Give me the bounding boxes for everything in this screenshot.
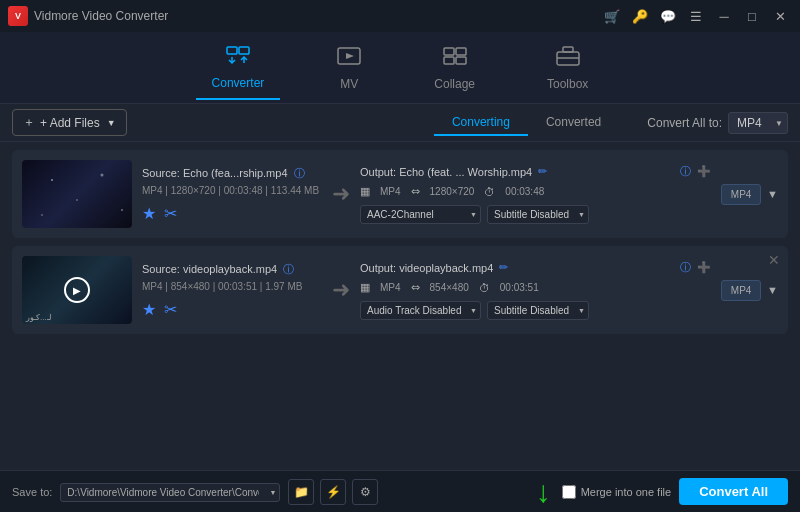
- arrow-1: ➜: [332, 181, 350, 207]
- toolbox-icon: [555, 45, 581, 73]
- spec-resolution-2: 854×480: [430, 282, 469, 293]
- save-path-wrapper: D:\Vidmore\Vidmore Video Converter\Conve…: [60, 482, 280, 502]
- svg-point-15: [76, 199, 78, 201]
- toolbar-tabs: Converting Converted: [434, 110, 619, 136]
- star-icon-2[interactable]: ★: [142, 300, 156, 319]
- title-bar-controls: 🛒 🔑 💬 ☰ ─ □ ✕: [600, 6, 792, 26]
- svg-rect-8: [444, 57, 454, 64]
- file-close-2[interactable]: ✕: [768, 252, 780, 268]
- maximize-button[interactable]: □: [740, 6, 764, 26]
- thumbnail-1: [22, 160, 132, 228]
- file-actions-2: ★ ✂: [142, 300, 322, 319]
- svg-point-13: [51, 179, 53, 181]
- file-card-1: Source: Echo (fea...rship.mp4 ⓘ MP4 | 12…: [12, 150, 788, 238]
- subtitle-select-wrapper-1: Subtitle Disabled Subtitle Enabled: [487, 204, 589, 224]
- star-icon-1[interactable]: ★: [142, 204, 156, 223]
- svg-rect-6: [444, 48, 454, 55]
- audio-select-wrapper-1: AAC-2Channel Audio Track Disabled: [360, 204, 481, 224]
- audio-select-2[interactable]: Audio Track Disabled AAC-2Channel: [360, 301, 481, 320]
- svg-point-14: [101, 174, 104, 177]
- spec-icon-format-2: ▦: [360, 281, 370, 294]
- output-right-1: MP4 ▼: [721, 184, 778, 205]
- convert-all-button[interactable]: Convert All: [679, 478, 788, 505]
- format-badge-1: MP4: [721, 184, 761, 205]
- svg-rect-0: [227, 47, 237, 54]
- svg-rect-7: [456, 48, 466, 55]
- collage-icon: [442, 45, 468, 73]
- output-dropdown-1[interactable]: ▼: [767, 188, 778, 200]
- output-edit-icon-2[interactable]: ✏: [499, 261, 508, 274]
- file-actions-1: ★ ✂: [142, 204, 322, 223]
- spec-icon-dur-1: ⏱: [484, 186, 495, 198]
- subtitle-select-1[interactable]: Subtitle Disabled Subtitle Enabled: [487, 205, 589, 224]
- scissors-icon-2[interactable]: ✂: [164, 300, 177, 319]
- close-button[interactable]: ✕: [768, 6, 792, 26]
- svg-marker-5: [346, 53, 354, 59]
- output-info-icon-1[interactable]: ⓘ: [680, 164, 691, 179]
- nav-toolbox[interactable]: Toolbox: [531, 37, 604, 99]
- svg-rect-1: [239, 47, 249, 54]
- subtitle-select-2[interactable]: Subtitle Disabled Subtitle Enabled: [487, 301, 589, 320]
- nav-converter-label: Converter: [212, 76, 265, 90]
- file-card-2: ✕ ▶ لـ...كـور Source: videoplayback.mp4 …: [12, 246, 788, 334]
- add-files-dropdown-icon[interactable]: ▼: [107, 118, 116, 128]
- tab-converting[interactable]: Converting: [434, 110, 528, 136]
- output-section-2: Output: videoplayback.mp4 ✏ ⓘ ➕ ▦ MP4 ⇔ …: [360, 260, 711, 320]
- spec-icon-res-1: ⇔: [411, 185, 420, 198]
- source-info-icon-2: ⓘ: [283, 263, 294, 275]
- thumb-label-2: لـ...كـور: [26, 313, 51, 322]
- convert-all-to-label: Convert All to:: [647, 116, 722, 130]
- cart-icon-btn[interactable]: 🛒: [600, 6, 624, 26]
- scissors-icon-1[interactable]: ✂: [164, 204, 177, 223]
- settings-btn-1[interactable]: ⚡: [320, 479, 346, 505]
- file-meta-2: MP4 | 854×480 | 00:03:51 | 1.97 MB: [142, 281, 322, 292]
- output-info-icon-2[interactable]: ⓘ: [680, 260, 691, 275]
- save-to-label: Save to:: [12, 486, 52, 498]
- nav-mv[interactable]: MV: [320, 37, 378, 99]
- output-add-icon-2[interactable]: ➕: [697, 261, 711, 274]
- format-select[interactable]: MP4 MKV AVI MOV: [728, 112, 788, 134]
- tab-converted[interactable]: Converted: [528, 110, 619, 136]
- subtitle-select-wrapper-2: Subtitle Disabled Subtitle Enabled: [487, 300, 589, 320]
- title-bar-left: V Vidmore Video Converter: [8, 6, 168, 26]
- play-button-2[interactable]: ▶: [64, 277, 90, 303]
- spec-format-1: MP4: [380, 186, 401, 197]
- converter-icon: [225, 44, 251, 72]
- file-info-2: Source: videoplayback.mp4 ⓘ MP4 | 854×48…: [142, 262, 322, 319]
- app-title: Vidmore Video Converter: [34, 9, 168, 23]
- svg-point-17: [41, 214, 43, 216]
- source-label-1: Source: Echo (fea...rship.mp4: [142, 167, 288, 179]
- output-edit-icon-1[interactable]: ✏: [538, 165, 547, 178]
- merge-checkbox-area: ↓ Merge into one file: [536, 475, 672, 509]
- nav-converter[interactable]: Converter: [196, 36, 281, 100]
- green-arrow-icon: ↓: [536, 475, 551, 509]
- save-path-select[interactable]: D:\Vidmore\Vidmore Video Converter\Conve…: [60, 483, 280, 502]
- spec-icon-dur-2: ⏱: [479, 282, 490, 294]
- add-files-button[interactable]: ＋ + Add Files ▼: [12, 109, 127, 136]
- spec-duration-1: 00:03:48: [505, 186, 544, 197]
- mv-icon: [336, 45, 362, 73]
- svg-point-16: [121, 209, 123, 211]
- key-icon-btn[interactable]: 🔑: [628, 6, 652, 26]
- spec-icon-format-1: ▦: [360, 185, 370, 198]
- output-header-2: Output: videoplayback.mp4 ✏ ⓘ ➕: [360, 260, 711, 275]
- output-section-1: Output: Echo (feat. ... Worship.mp4 ✏ ⓘ …: [360, 164, 711, 224]
- merge-label[interactable]: Merge into one file: [581, 486, 672, 498]
- nav-collage[interactable]: Collage: [418, 37, 491, 99]
- nav-bar: Converter MV Collage: [0, 32, 800, 104]
- menu-icon-btn[interactable]: ☰: [684, 6, 708, 26]
- nav-mv-label: MV: [340, 77, 358, 91]
- minimize-button[interactable]: ─: [712, 6, 736, 26]
- arrow-2: ➜: [332, 277, 350, 303]
- merge-checkbox[interactable]: [562, 485, 576, 499]
- spec-duration-2: 00:03:51: [500, 282, 539, 293]
- output-dropdown-2[interactable]: ▼: [767, 284, 778, 296]
- output-add-icon-1[interactable]: ➕: [697, 165, 711, 178]
- output-specs-1: ▦ MP4 ⇔ 1280×720 ⏱ 00:03:48: [360, 185, 711, 198]
- audio-select-1[interactable]: AAC-2Channel Audio Track Disabled: [360, 205, 481, 224]
- add-icon: ＋: [23, 114, 35, 131]
- settings-btn-2[interactable]: ⚙: [352, 479, 378, 505]
- folder-open-button[interactable]: 📁: [288, 479, 314, 505]
- feedback-icon-btn[interactable]: 💬: [656, 6, 680, 26]
- thumbnail-2: ▶ لـ...كـور: [22, 256, 132, 324]
